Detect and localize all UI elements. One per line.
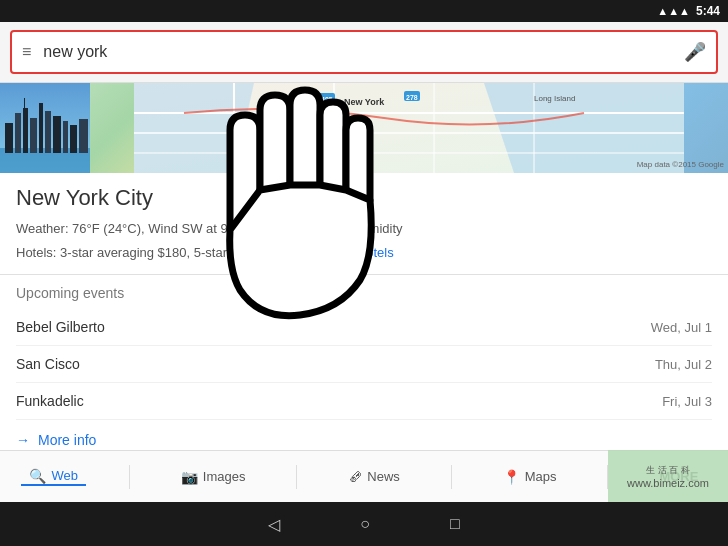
android-nav: ◁ ○ □ (0, 502, 728, 546)
event-name-1: San Cisco (16, 356, 80, 372)
svg-rect-7 (45, 111, 51, 153)
tab-news-label: News (367, 469, 400, 484)
svg-rect-8 (53, 116, 61, 153)
more-info-arrow: → (16, 432, 30, 448)
back-button[interactable]: ◁ (268, 515, 280, 534)
tab-separator-3 (451, 465, 452, 489)
svg-rect-10 (70, 125, 77, 153)
event-name-0: Bebel Gilberto (16, 319, 105, 335)
watermark: 生 活 百 科 www.bimeiz.com (608, 450, 728, 502)
svg-text:New York: New York (344, 97, 385, 107)
city-photo (0, 83, 90, 173)
more-info-row[interactable]: → More info (0, 420, 728, 451)
city-section: New York City Weather: 76°F (24°C), Wind… (0, 173, 728, 275)
svg-rect-9 (63, 121, 68, 153)
search-bar-container: ≡ 🎤 (0, 22, 728, 83)
search-input[interactable] (43, 43, 684, 61)
event-date-0: Wed, Jul 1 (651, 320, 712, 335)
svg-text:Belt Pkwy: Belt Pkwy (264, 119, 295, 127)
svg-rect-3 (15, 113, 21, 153)
map-area: New York Long Island Belt Pkwy 495 278 M… (0, 83, 728, 173)
web-icon: 🔍 (29, 468, 46, 484)
hotel-text: Hotels: 3-star averaging $180, 5-star av… (16, 245, 324, 260)
main-content: New York Long Island Belt Pkwy 495 278 M… (0, 83, 728, 451)
mic-icon[interactable]: 🎤 (684, 41, 706, 63)
weather-detail: Weather: 76°F (24°C), Wind SW at 9 mph (… (16, 219, 712, 239)
city-title: New York City (16, 185, 712, 211)
search-bar: ≡ 🎤 (10, 30, 718, 74)
tab-separator-2 (296, 465, 297, 489)
tab-separator-1 (129, 465, 130, 489)
tab-maps[interactable]: 📍 Maps (495, 469, 565, 485)
images-icon: 📷 (181, 469, 198, 485)
tab-maps-label: Maps (525, 469, 557, 484)
news-icon: 🗞 (348, 469, 362, 485)
tab-images-label: Images (203, 469, 246, 484)
map-visual: New York Long Island Belt Pkwy 495 278 M… (90, 83, 728, 173)
svg-rect-11 (79, 119, 88, 153)
hamburger-icon[interactable]: ≡ (22, 43, 31, 61)
watermark-line1: 生 活 百 科 (646, 464, 690, 477)
maps-icon: 📍 (503, 469, 520, 485)
view-hotels-link[interactable]: View hotels (327, 245, 393, 260)
event-date-2: Fri, Jul 3 (662, 394, 712, 409)
tab-web[interactable]: 🔍 Web (21, 468, 86, 486)
svg-text:278: 278 (406, 94, 418, 101)
svg-text:495: 495 (321, 96, 333, 103)
hotel-detail: Hotels: 3-star averaging $180, 5-star av… (16, 243, 712, 263)
event-date-1: Thu, Jul 2 (655, 357, 712, 372)
svg-rect-2 (5, 123, 13, 153)
svg-text:Long Island: Long Island (534, 94, 575, 103)
svg-rect-4 (23, 108, 28, 153)
tab-web-label: Web (51, 468, 78, 483)
watermark-line2: www.bimeiz.com (627, 477, 709, 489)
event-name-2: Funkadelic (16, 393, 84, 409)
svg-rect-12 (24, 98, 25, 108)
map-data-text: Map data ©2015 Google (637, 160, 724, 169)
more-info-label: More info (38, 432, 96, 448)
home-button[interactable]: ○ (360, 515, 370, 533)
event-row-2: Funkadelic Fri, Jul 3 (16, 383, 712, 420)
svg-rect-6 (39, 103, 43, 153)
status-time: 5:44 (696, 4, 720, 18)
events-header: Upcoming events (16, 285, 712, 301)
recent-button[interactable]: □ (450, 515, 460, 533)
event-row-1: San Cisco Thu, Jul 2 (16, 346, 712, 383)
status-bar: ▲▲▲ 5:44 (0, 0, 728, 22)
tab-images[interactable]: 📷 Images (173, 469, 254, 485)
tab-news[interactable]: 🗞 News (340, 469, 408, 485)
signal-icon: ▲▲▲ (657, 5, 690, 17)
svg-rect-5 (30, 118, 37, 153)
event-row-0: Bebel Gilberto Wed, Jul 1 (16, 309, 712, 346)
events-section: Upcoming events Bebel Gilberto Wed, Jul … (0, 275, 728, 420)
